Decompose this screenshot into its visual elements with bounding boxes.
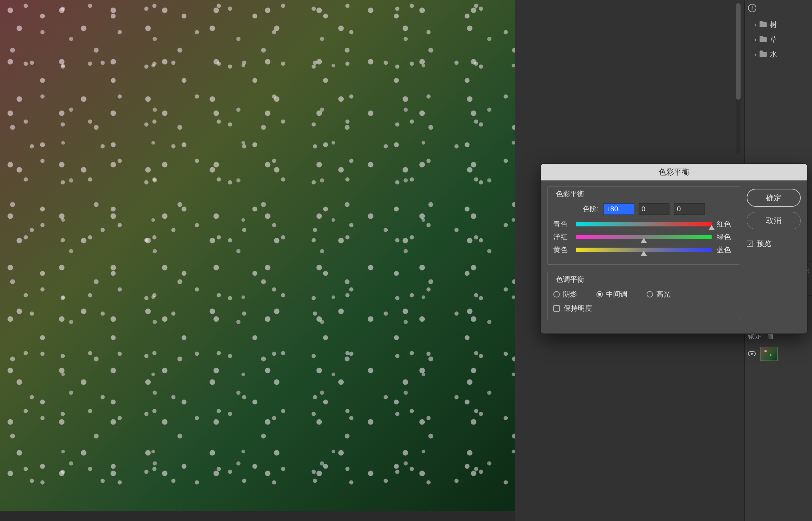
- slider-left-label-2: 黄色: [553, 245, 571, 255]
- dialog-title[interactable]: 色彩平衡: [541, 164, 807, 180]
- chevron-right-icon: ›: [754, 36, 756, 43]
- fieldset-title: 色调平衡: [553, 275, 587, 284]
- slider-handle-0[interactable]: [708, 225, 715, 230]
- slider-magenta-green[interactable]: [576, 235, 712, 239]
- fieldset-tone-balance: 色调平衡 阴影 中间调 高光: [547, 272, 740, 320]
- library-tree: › 树 › 草 › 水: [745, 16, 812, 62]
- slider-right-label-2: 蓝色: [717, 245, 734, 255]
- radio-icon: [647, 291, 653, 297]
- layer-row-0[interactable]: [745, 343, 812, 364]
- fieldset-title: 色彩平衡: [553, 189, 587, 199]
- level-label: 色阶:: [583, 204, 599, 214]
- radio-midtones[interactable]: 中间调: [596, 290, 627, 299]
- radio-icon: [596, 291, 603, 297]
- folder-icon: [760, 37, 767, 42]
- tree-item-2[interactable]: › 水: [745, 47, 812, 62]
- chevron-right-icon: ›: [754, 22, 756, 28]
- preview-checkbox[interactable]: 预览: [747, 239, 801, 249]
- radio-icon: [553, 291, 560, 297]
- slider-right-label-1: 绿色: [717, 232, 734, 242]
- slider-left-label-0: 青色: [553, 219, 571, 229]
- folder-icon: [760, 22, 767, 27]
- level-input-0[interactable]: [603, 203, 634, 215]
- scrollbar-thumb[interactable]: [736, 3, 741, 100]
- canvas-area[interactable]: [0, 0, 515, 521]
- level-input-1[interactable]: [638, 203, 670, 215]
- slider-handle-2[interactable]: [640, 251, 647, 256]
- slider-left-label-1: 洋红: [553, 232, 571, 242]
- tree-item-label: 水: [770, 49, 777, 59]
- tree-item-label: 树: [770, 20, 777, 29]
- tree-item-1[interactable]: › 草: [745, 32, 812, 47]
- tree-item-0[interactable]: › 树: [745, 17, 812, 32]
- preserve-luminosity-checkbox[interactable]: 保持明度: [553, 303, 734, 313]
- slider-right-label-0: 红色: [717, 219, 734, 229]
- folder-icon: [760, 52, 767, 57]
- tree-item-label: 草: [770, 35, 777, 44]
- slider-handle-1[interactable]: [640, 238, 647, 243]
- level-input-2[interactable]: [674, 203, 705, 215]
- color-balance-dialog: 色彩平衡 色彩平衡 色阶: 青色 红色 洋红 绿色: [540, 163, 808, 334]
- radio-shadows[interactable]: 阴影: [553, 290, 577, 299]
- chevron-right-icon: ›: [754, 51, 756, 58]
- slider-yellow-blue[interactable]: [576, 248, 712, 252]
- radio-highlights[interactable]: 高光: [647, 290, 671, 299]
- info-icon[interactable]: i: [748, 4, 756, 12]
- slider-cyan-red[interactable]: [576, 222, 712, 226]
- checkbox-icon: [747, 241, 753, 247]
- checkbox-icon: [553, 305, 560, 312]
- ok-button[interactable]: 确定: [747, 189, 801, 207]
- canvas-scrollbar[interactable]: [736, 3, 741, 154]
- eye-icon[interactable]: [748, 351, 756, 356]
- cancel-button[interactable]: 取消: [747, 212, 801, 229]
- layer-thumbnail[interactable]: [760, 347, 777, 361]
- canvas-image: [0, 0, 515, 511]
- fieldset-color-balance: 色彩平衡 色阶: 青色 红色 洋红 绿色 黄: [547, 186, 740, 265]
